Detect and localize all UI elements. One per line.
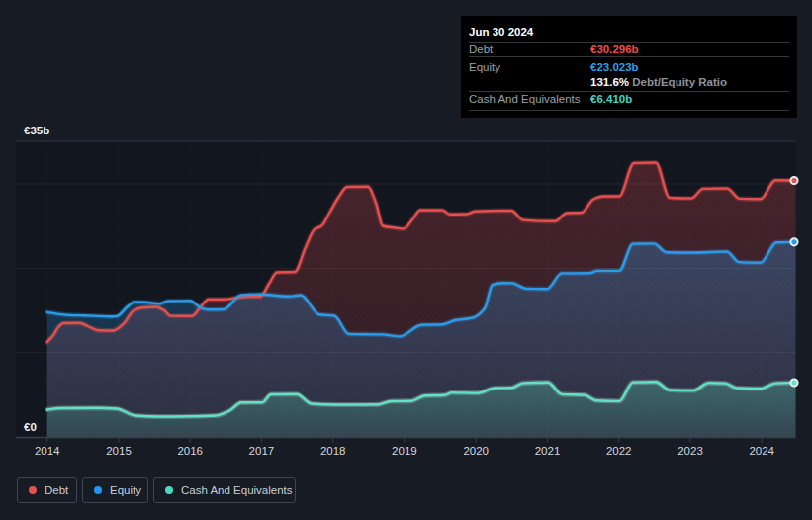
svg-text:2016: 2016: [177, 445, 203, 457]
svg-text:2024: 2024: [749, 445, 774, 457]
svg-text:€0: €0: [24, 421, 37, 433]
svg-text:2022: 2022: [606, 445, 632, 457]
svg-text:2023: 2023: [677, 445, 703, 457]
svg-text:2017: 2017: [249, 445, 275, 457]
svg-text:2018: 2018: [320, 445, 346, 457]
svg-text:2020: 2020: [463, 445, 489, 457]
svg-text:2019: 2019: [392, 445, 417, 457]
svg-text:2021: 2021: [535, 445, 561, 457]
svg-text:€35b: €35b: [24, 125, 49, 136]
svg-text:2014: 2014: [35, 445, 60, 457]
svg-text:2015: 2015: [106, 445, 132, 457]
